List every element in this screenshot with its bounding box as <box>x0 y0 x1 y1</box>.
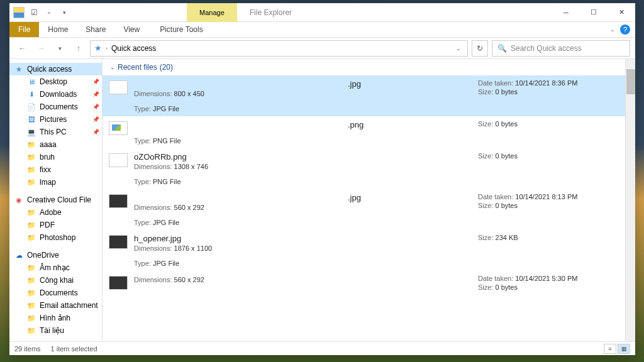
nav-od-documents[interactable]: 📁Documents <box>9 287 102 299</box>
back-button[interactable]: ← <box>14 41 30 56</box>
nav-folder-bruh[interactable]: 📁bruh <box>9 151 102 163</box>
close-button[interactable]: ✕ <box>608 4 635 21</box>
file-meta-right: Size: 0 bytes <box>478 152 629 160</box>
file-name: .jpg <box>134 79 472 89</box>
file-row[interactable]: h_opener.jpgDimensions: 1876 x 1100Type:… <box>103 230 635 271</box>
folder-icon: 📁 <box>27 288 36 297</box>
breadcrumb-sep-icon[interactable]: › <box>106 45 108 52</box>
status-bar: 29 items 1 item selected ≡ ▦ <box>9 341 635 355</box>
desk-icon: 🖥 <box>27 77 36 86</box>
tab-home[interactable]: Home <box>39 22 77 37</box>
search-input[interactable]: 🔍 Search Quick access <box>492 40 630 57</box>
pc-icon: 💻 <box>27 128 36 136</box>
nav-creative-cloud[interactable]: ◉ Creative Cloud File <box>9 194 102 206</box>
quick-access-toolbar: ☑ ▫ ▾ <box>9 6 74 19</box>
nav-label: PDF <box>40 221 55 229</box>
file-row[interactable]: .pngType: PNG FileSize: 0 bytes <box>103 116 635 148</box>
folder-icon: 📁 <box>27 221 36 229</box>
file-name: h_opener.jpg <box>134 234 472 243</box>
file-thumbnail <box>109 121 128 135</box>
doc-icon: 📄 <box>27 102 36 111</box>
file-name: .jpg <box>134 193 472 202</box>
nav-label: lmap <box>40 178 56 187</box>
file-row[interactable]: .jpgDimensions: 560 x 292Type: JPG FileD… <box>103 189 635 230</box>
breadcrumb-quick-access[interactable]: Quick access <box>111 44 156 53</box>
quick-access-star-icon: ★ <box>94 43 102 53</box>
file-row[interactable]: Dimensions: 560 x 292Date taken: 10/14/2… <box>103 271 635 295</box>
nav-pinned-desktop[interactable]: 🖥Desktop📌 <box>9 75 102 88</box>
maximize-button[interactable]: ☐ <box>580 4 608 21</box>
pin-icon: 📌 <box>92 104 99 110</box>
nav-cc-photoshop[interactable]: 📁Photoshop <box>9 231 102 244</box>
view-large-button[interactable]: ▦ <box>618 344 630 354</box>
onedrive-icon: ☁ <box>14 251 23 260</box>
ribbon-collapse-icon[interactable]: ⌄ <box>610 26 615 33</box>
nav-od-email-attachment[interactable]: 📁Email attachment <box>9 299 102 312</box>
address-bar[interactable]: ★ › Quick access ⌄ <box>90 40 468 57</box>
nav-od-công-khai[interactable]: 📁Công khai <box>9 274 102 287</box>
down-icon: ⬇ <box>27 90 36 99</box>
nav-folder-fixx[interactable]: 📁fixx <box>9 163 102 176</box>
file-info: Dimensions: 560 x 292 <box>134 275 472 283</box>
tab-file[interactable]: File <box>9 22 39 37</box>
nav-pinned-pictures[interactable]: 🖼Pictures📌 <box>9 113 102 126</box>
up-button[interactable]: ↑ <box>71 41 86 56</box>
nav-pinned-this-pc[interactable]: 💻This PC📌 <box>9 126 102 138</box>
nav-label: fixx <box>40 165 51 174</box>
view-details-button[interactable]: ≡ <box>604 344 616 354</box>
view-mode-buttons: ≡ ▦ <box>604 344 630 354</box>
nav-onedrive[interactable]: ☁ OneDrive <box>9 249 102 261</box>
properties-icon[interactable]: ☑ <box>27 6 41 19</box>
file-thumbnail <box>109 153 128 167</box>
help-icon[interactable]: ? <box>620 25 630 35</box>
nav-pinned-downloads[interactable]: ⬇Downloads📌 <box>9 88 102 101</box>
file-list[interactable]: .jpgDimensions: 800 x 450Type: JPG FileD… <box>103 75 635 341</box>
history-dropdown-icon[interactable]: ▾ <box>52 41 67 56</box>
nav-cc-pdf[interactable]: 📁PDF <box>9 219 102 231</box>
navigation-bar: ← → ▾ ↑ ★ › Quick access ⌄ ↻ 🔍 Search Qu… <box>9 38 635 59</box>
new-folder-icon[interactable]: ▫ <box>42 6 56 19</box>
file-row[interactable]: oZOoRRb.pngDimensions: 1308 x 746Type: P… <box>103 148 635 189</box>
vertical-scrollbar[interactable] <box>625 59 635 341</box>
scrollbar-thumb[interactable] <box>626 69 635 94</box>
tab-picture-tools[interactable]: Picture Tools <box>151 22 211 37</box>
context-tab-manage[interactable]: Manage <box>187 3 237 22</box>
nav-label: Adobe <box>40 208 62 217</box>
folder-icon: 📁 <box>27 326 36 335</box>
group-header-recent[interactable]: ⌄ Recent files (20) <box>103 59 635 75</box>
nav-pinned-documents[interactable]: 📄Documents📌 <box>9 101 102 113</box>
folder-icon: 📁 <box>27 233 36 242</box>
file-meta-right: Date taken: 10/14/2021 5:30 PMSize: 0 by… <box>478 275 629 291</box>
nav-folder-lmap[interactable]: 📁lmap <box>9 176 102 189</box>
tab-view[interactable]: View <box>114 22 148 37</box>
qat-customize-icon[interactable]: ▾ <box>57 6 71 19</box>
nav-label: aaaa <box>40 140 57 149</box>
nav-label: Âm nhạc <box>40 263 70 272</box>
navigation-pane[interactable]: ★ Quick access 🖥Desktop📌⬇Downloads📌📄Docu… <box>9 59 103 341</box>
content-area: ★ Quick access 🖥Desktop📌⬇Downloads📌📄Docu… <box>9 59 635 341</box>
nav-od-tài-liệu[interactable]: 📁Tài liệu <box>9 324 102 337</box>
file-meta-right: Date taken: 10/14/2021 8:36 PMSize: 0 by… <box>478 79 629 96</box>
group-count: (20) <box>160 63 173 72</box>
forward-button[interactable]: → <box>33 41 48 56</box>
nav-quick-access[interactable]: ★ Quick access <box>9 63 102 75</box>
file-thumbnail <box>109 80 128 94</box>
file-row[interactable]: .jpgDimensions: 800 x 450Type: JPG FileD… <box>103 75 635 116</box>
nav-od-âm-nhạc[interactable]: 📁Âm nhạc <box>9 261 102 274</box>
nav-label: Tài liệu <box>40 326 64 335</box>
nav-label: Email attachment <box>40 301 98 310</box>
file-info: .pngType: PNG File <box>134 120 472 145</box>
status-item-count: 29 items <box>14 345 41 353</box>
nav-label: Pictures <box>40 115 67 124</box>
nav-folder-aaaa[interactable]: 📁aaaa <box>9 138 102 151</box>
ribbon-tabs: File Home Share View Picture Tools ⌄ ? <box>9 22 635 38</box>
app-title: File Explorer <box>237 3 292 22</box>
nav-cc-adobe[interactable]: 📁Adobe <box>9 206 102 219</box>
tab-share[interactable]: Share <box>77 22 114 37</box>
refresh-button[interactable]: ↻ <box>472 40 488 57</box>
file-explorer-window: ☑ ▫ ▾ Manage File Explorer ─ ☐ ✕ File Ho… <box>9 3 635 355</box>
minimize-button[interactable]: ─ <box>552 4 580 21</box>
address-dropdown-icon[interactable]: ⌄ <box>453 45 464 52</box>
chevron-down-icon: ⌄ <box>110 64 115 70</box>
nav-od-hình-ảnh[interactable]: 📁Hình ảnh <box>9 312 102 324</box>
